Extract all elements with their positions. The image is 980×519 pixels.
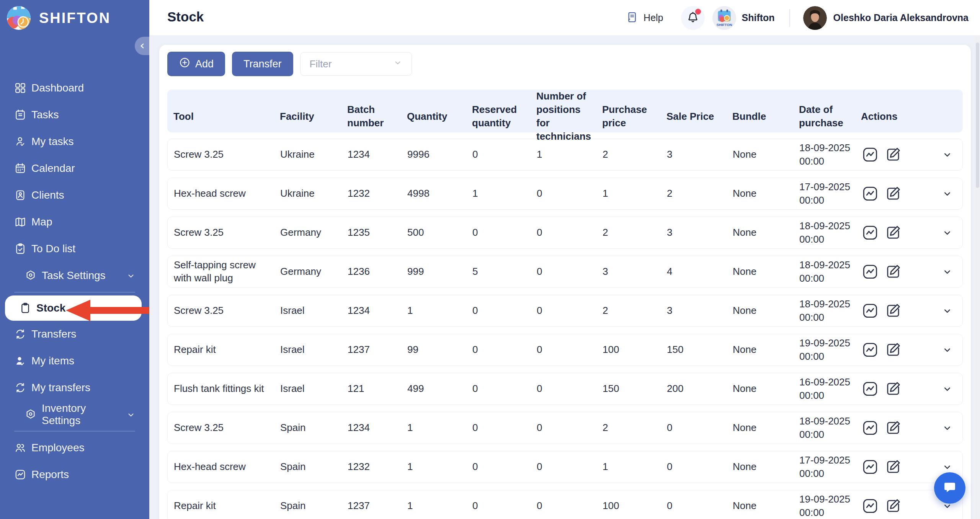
expand-row-button[interactable] bbox=[932, 384, 962, 394]
cell-sale-price: 3 bbox=[667, 148, 733, 161]
cell-purchase-price: 1 bbox=[603, 460, 667, 473]
sidebar-item-map[interactable]: Map bbox=[0, 209, 149, 235]
sidebar-item-transfers[interactable]: Transfers bbox=[0, 321, 149, 348]
expand-row-button[interactable] bbox=[932, 150, 962, 160]
sidebar-item-stock[interactable]: Stock bbox=[5, 295, 142, 321]
cell-quantity: 499 bbox=[407, 382, 472, 395]
table-row: Flush tank fittings kitIsrael12149900150… bbox=[167, 373, 963, 405]
sidebar-collapse-button[interactable] bbox=[135, 37, 150, 55]
sidebar-item-task-settings[interactable]: Task Settings bbox=[0, 262, 149, 289]
company-switcher[interactable]: SHIFTON Shifton bbox=[712, 6, 775, 30]
sidebar-item-my-transfers[interactable]: My transfers bbox=[0, 374, 149, 401]
transfer-button[interactable]: Transfer bbox=[232, 52, 293, 76]
cell-bundle: None bbox=[733, 187, 799, 200]
edit-button[interactable] bbox=[884, 146, 902, 163]
activity-button[interactable] bbox=[861, 458, 879, 476]
expand-row-button[interactable] bbox=[932, 189, 962, 199]
cell-bundle: None bbox=[733, 304, 799, 317]
edit-button[interactable] bbox=[884, 263, 902, 281]
scrollbar-thumb[interactable] bbox=[976, 42, 979, 188]
time-value: 00:00 bbox=[799, 467, 854, 480]
filter-select[interactable]: Filter bbox=[300, 52, 412, 76]
edit-button[interactable] bbox=[884, 419, 902, 437]
sidebar-item-tasks[interactable]: Tasks bbox=[0, 101, 149, 128]
edit-button[interactable] bbox=[884, 497, 902, 515]
expand-row-button[interactable] bbox=[932, 345, 962, 355]
table-row: Screw 3.25Spain123410020None18-09-202500… bbox=[167, 412, 963, 444]
table-row: Screw 3.25Germany12355000023None18-09-20… bbox=[167, 217, 963, 249]
sidebar-item-calendar[interactable]: Calendar bbox=[0, 155, 149, 182]
sidebar-item-label: Transfers bbox=[31, 328, 76, 340]
expand-row-button[interactable] bbox=[932, 306, 962, 316]
brand[interactable]: SHIFTON bbox=[6, 5, 111, 31]
activity-button[interactable] bbox=[861, 185, 879, 202]
edit-button[interactable] bbox=[884, 380, 902, 398]
sidebar-item-inventory-settings[interactable]: Inventory Settings bbox=[0, 401, 149, 428]
cell-tool: Hex-head screw bbox=[174, 460, 280, 473]
table-row: Screw 3.25Ukraine123499960123None18-09-2… bbox=[167, 139, 963, 171]
cell-reserved: 0 bbox=[472, 421, 537, 434]
page-scrollbar[interactable] bbox=[975, 36, 980, 519]
cell-batch: 1232 bbox=[348, 187, 407, 200]
expand-row-button[interactable] bbox=[932, 267, 962, 277]
expand-row-button[interactable] bbox=[932, 228, 962, 238]
sidebar-item-label: Stock bbox=[36, 302, 65, 314]
sidebar-item-label: To Do list bbox=[31, 243, 75, 255]
sidebar-item-clients[interactable]: Clients bbox=[0, 182, 149, 209]
expand-row-button[interactable] bbox=[932, 423, 962, 433]
activity-button[interactable] bbox=[861, 380, 879, 398]
table-row: Repair kitIsrael12379900100150None19-09-… bbox=[167, 334, 963, 366]
date-value: 19-09-2025 bbox=[799, 493, 854, 506]
cell-sale-price: 0 bbox=[667, 460, 733, 473]
cell-quantity: 99 bbox=[407, 343, 472, 356]
activity-button[interactable] bbox=[861, 302, 879, 320]
activity-button[interactable] bbox=[861, 419, 879, 437]
cell-facility: Spain bbox=[280, 460, 348, 473]
edit-button[interactable] bbox=[884, 458, 902, 476]
edit-button[interactable] bbox=[884, 341, 902, 359]
chat-widget-button[interactable] bbox=[934, 472, 965, 504]
notifications-button[interactable] bbox=[681, 6, 705, 30]
cell-sale-price: 4 bbox=[667, 265, 733, 278]
expand-row-button[interactable] bbox=[932, 462, 962, 472]
activity-button[interactable] bbox=[861, 341, 879, 359]
cell-actions bbox=[861, 302, 932, 320]
sidebar-item-my-items[interactable]: My items bbox=[0, 348, 149, 374]
edit-button[interactable] bbox=[884, 302, 902, 320]
cell-facility: Israel bbox=[280, 304, 348, 317]
table-row: Hex-head screwSpain123210010None17-09-20… bbox=[167, 451, 963, 483]
edit-button[interactable] bbox=[884, 185, 902, 202]
sidebar-item-my-tasks[interactable]: My tasks bbox=[0, 128, 149, 155]
activity-button[interactable] bbox=[861, 263, 879, 281]
sidebar-item-reports[interactable]: Reports bbox=[0, 461, 149, 488]
cell-bundle: None bbox=[733, 265, 799, 278]
user-menu[interactable]: Oleshko Daria Aleksandrovna bbox=[803, 6, 969, 30]
table-row: Repair kitSpain12371001000None19-09-2025… bbox=[167, 490, 963, 519]
cell-quantity: 1 bbox=[407, 460, 472, 473]
time-value: 00:00 bbox=[799, 194, 854, 207]
activity-button[interactable] bbox=[861, 224, 879, 242]
add-button[interactable]: Add bbox=[167, 52, 225, 76]
cell-bundle: None bbox=[733, 148, 799, 161]
sidebar-item-employees[interactable]: Employees bbox=[0, 434, 149, 461]
sidebar-item-label: My tasks bbox=[31, 135, 74, 148]
sidebar-item-label: Tasks bbox=[31, 109, 59, 121]
activity-button[interactable] bbox=[861, 146, 879, 163]
date-value: 18-09-2025 bbox=[799, 297, 854, 311]
help-button[interactable]: Help bbox=[626, 11, 663, 25]
column-header-number-of-positions-for-technicians: Number of positions for technicians bbox=[536, 90, 602, 143]
sidebar-item-to-do-list[interactable]: To Do list bbox=[0, 235, 149, 262]
company-name: Shifton bbox=[742, 12, 775, 23]
cell-actions bbox=[861, 185, 932, 202]
cell-purchase-price: 150 bbox=[603, 382, 667, 395]
sidebar-item-dashboard[interactable]: Dashboard bbox=[0, 75, 149, 101]
cell-quantity: 1 bbox=[407, 304, 472, 317]
cell-date-of-purchase: 19-09-202500:00 bbox=[799, 336, 861, 363]
time-value: 00:00 bbox=[799, 311, 854, 324]
cell-batch: 1232 bbox=[348, 460, 407, 473]
activity-button[interactable] bbox=[861, 497, 879, 515]
column-header-quantity: Quantity bbox=[407, 110, 472, 123]
notification-dot bbox=[695, 9, 701, 15]
edit-button[interactable] bbox=[884, 224, 902, 242]
column-header-facility: Facility bbox=[280, 110, 347, 123]
